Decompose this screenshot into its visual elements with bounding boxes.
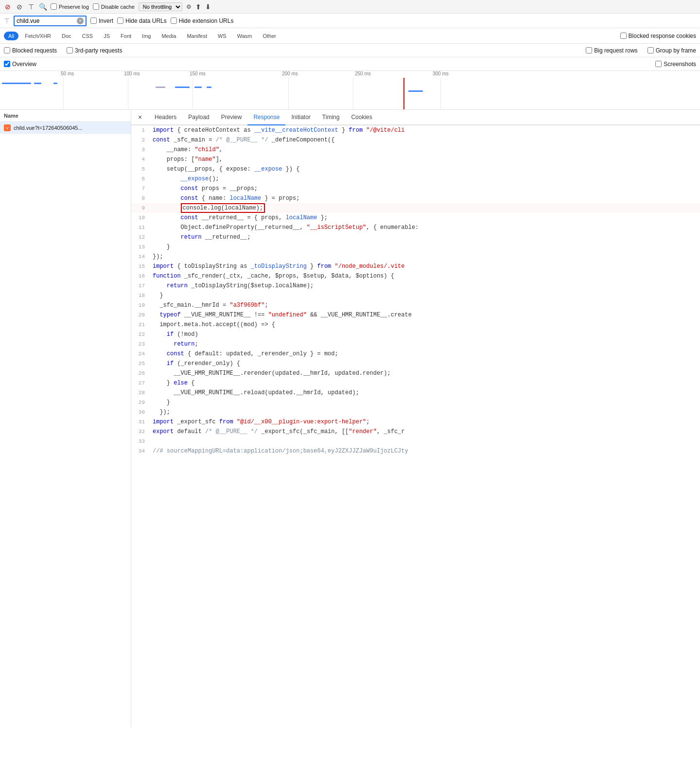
filter-icon[interactable]: ⊤ bbox=[27, 3, 35, 11]
line-number: 23 bbox=[131, 339, 151, 349]
table-row: 12 return __returned__; bbox=[131, 232, 700, 242]
line-number: 34 bbox=[131, 446, 151, 456]
timeline-mark-200: 200 ms bbox=[282, 71, 298, 76]
disable-cache-checkbox[interactable] bbox=[93, 3, 99, 10]
type-all-button[interactable]: All bbox=[4, 32, 18, 40]
stop-icon[interactable]: ⊘ bbox=[4, 3, 12, 11]
filter-input[interactable] bbox=[17, 17, 75, 24]
settings-icon[interactable]: ⚙ bbox=[186, 3, 192, 10]
clear-icon[interactable]: ⊘ bbox=[16, 3, 23, 11]
third-party-checkbox[interactable] bbox=[67, 47, 73, 53]
type-other-button[interactable]: Other bbox=[258, 32, 280, 40]
type-js-button[interactable]: JS bbox=[99, 32, 114, 40]
table-row: 4 props: ["name"], bbox=[131, 155, 700, 164]
line-number: 9 bbox=[131, 203, 151, 213]
table-row: 16function _sfc_render(_ctx, _cache, $pr… bbox=[131, 271, 700, 281]
line-content: console.log(localName); bbox=[151, 203, 700, 213]
timeline-mark-150: 150 ms bbox=[190, 71, 206, 76]
tab-initiator[interactable]: Initiator bbox=[285, 110, 316, 125]
table-row: 30 }); bbox=[131, 407, 700, 417]
file-list-panel: Name V child.vue?t=172640506045... bbox=[0, 110, 131, 727]
throttle-select[interactable]: No throttling bbox=[139, 2, 182, 11]
filter-input-wrapper: × bbox=[14, 16, 87, 26]
tab-cookies[interactable]: Cookies bbox=[345, 110, 378, 125]
table-row: 13 } bbox=[131, 242, 700, 252]
type-wasm-button[interactable]: Wasm bbox=[233, 32, 257, 40]
line-content: const props = __props; bbox=[151, 184, 700, 193]
blocked-requests-checkbox[interactable] bbox=[4, 47, 10, 53]
line-content: return; bbox=[151, 339, 700, 349]
table-row: 9 console.log(localName); bbox=[131, 203, 700, 213]
table-row: 2const _sfc_main = /* @__PURE__ */ _defi… bbox=[131, 135, 700, 145]
hide-extension-urls-checkbox[interactable] bbox=[171, 17, 177, 24]
filter-funnel-icon: ⊤ bbox=[4, 17, 10, 25]
tab-payload[interactable]: Payload bbox=[182, 110, 215, 125]
line-number: 4 bbox=[131, 155, 151, 164]
type-manifest-button[interactable]: Manifest bbox=[182, 32, 211, 40]
line-content: const __returned__ = { props, localName … bbox=[151, 213, 700, 223]
big-request-rows-checkbox[interactable] bbox=[586, 47, 592, 53]
type-css-button[interactable]: CSS bbox=[78, 32, 98, 40]
blocked-cookies-checkbox[interactable] bbox=[620, 33, 627, 39]
timeline-mark-250: 250 ms bbox=[355, 71, 371, 76]
line-number: 14 bbox=[131, 252, 151, 262]
tab-headers[interactable]: Headers bbox=[149, 110, 182, 125]
export-icon[interactable]: ⬇ bbox=[205, 3, 211, 11]
type-img-button[interactable]: Img bbox=[138, 32, 155, 40]
response-panel: × Headers Payload Preview Response Initi… bbox=[131, 110, 700, 727]
file-list-item[interactable]: V child.vue?t=172640506045... bbox=[0, 122, 131, 134]
table-row: 5 setup(__props, { expose: __expose }) { bbox=[131, 164, 700, 174]
table-row: 17 return _toDisplayString($setup.localN… bbox=[131, 281, 700, 291]
hide-data-urls-checkbox[interactable] bbox=[117, 17, 123, 24]
line-content: typeof __VUE_HMR_RUNTIME__ !== "undefine… bbox=[151, 310, 700, 320]
main-area: Name V child.vue?t=172640506045... × Hea… bbox=[0, 110, 700, 727]
type-ws-button[interactable]: WS bbox=[213, 32, 231, 40]
overview-checkbox[interactable] bbox=[4, 61, 10, 67]
line-number: 27 bbox=[131, 378, 151, 388]
group-by-frame-checkbox[interactable] bbox=[648, 47, 654, 53]
table-row: 11 Object.defineProperty(__returned__, "… bbox=[131, 223, 700, 232]
tab-timing[interactable]: Timing bbox=[316, 110, 346, 125]
toolbar: ⊘ ⊘ ⊤ 🔍 Preserve log Disable cache No th… bbox=[0, 0, 700, 14]
line-content: function _sfc_render(_ctx, _cache, $prop… bbox=[151, 271, 700, 281]
line-number: 8 bbox=[131, 193, 151, 203]
tab-preview[interactable]: Preview bbox=[215, 110, 248, 125]
search-icon[interactable]: 🔍 bbox=[39, 3, 47, 11]
table-row: 18 } bbox=[131, 291, 700, 300]
overview-label: Overview bbox=[4, 61, 36, 68]
table-row: 21 import.meta.hot.accept((mod) => { bbox=[131, 320, 700, 330]
table-row: 34//# sourceMappingURL=data:application/… bbox=[131, 446, 700, 456]
type-media-button[interactable]: Media bbox=[157, 32, 180, 40]
table-row: 20 typeof __VUE_HMR_RUNTIME__ !== "undef… bbox=[131, 310, 700, 320]
table-row: 14}); bbox=[131, 252, 700, 262]
line-number: 30 bbox=[131, 407, 151, 417]
file-list-header: Name bbox=[0, 110, 131, 122]
disable-cache-group: Disable cache bbox=[93, 3, 135, 10]
type-font-button[interactable]: Font bbox=[116, 32, 136, 40]
line-content: __expose(); bbox=[151, 174, 700, 184]
line-number: 28 bbox=[131, 388, 151, 398]
table-row: 33 bbox=[131, 436, 700, 446]
line-number: 5 bbox=[131, 164, 151, 174]
close-panel-button[interactable]: × bbox=[135, 112, 145, 122]
invert-checkbox[interactable] bbox=[90, 17, 97, 24]
blocked-requests-label: Blocked requests bbox=[4, 47, 57, 54]
screenshots-checkbox[interactable] bbox=[655, 61, 662, 67]
preserve-log-checkbox[interactable] bbox=[51, 3, 57, 10]
type-fetch-xhr-button[interactable]: Fetch/XHR bbox=[20, 32, 55, 40]
tab-response[interactable]: Response bbox=[247, 110, 285, 125]
file-type-icon: V bbox=[4, 124, 11, 131]
line-content: __VUE_HMR_RUNTIME__.reload(updated.__hmr… bbox=[151, 388, 700, 398]
table-row: 24 const { default: updated, _rerender_o… bbox=[131, 349, 700, 359]
table-row: 8 const { name: localName } = props; bbox=[131, 193, 700, 203]
line-number: 1 bbox=[131, 125, 151, 135]
table-row: 27 } else { bbox=[131, 378, 700, 388]
type-doc-button[interactable]: Doc bbox=[57, 32, 76, 40]
import-icon[interactable]: ⬆ bbox=[195, 3, 201, 11]
line-number: 26 bbox=[131, 368, 151, 378]
screenshots-label: Screenshots bbox=[655, 61, 696, 68]
third-party-label: 3rd-party requests bbox=[67, 47, 122, 54]
filter-clear-button[interactable]: × bbox=[77, 17, 84, 24]
line-content: setup(__props, { expose: __expose }) { bbox=[151, 164, 700, 174]
line-content: import.meta.hot.accept((mod) => { bbox=[151, 320, 700, 330]
